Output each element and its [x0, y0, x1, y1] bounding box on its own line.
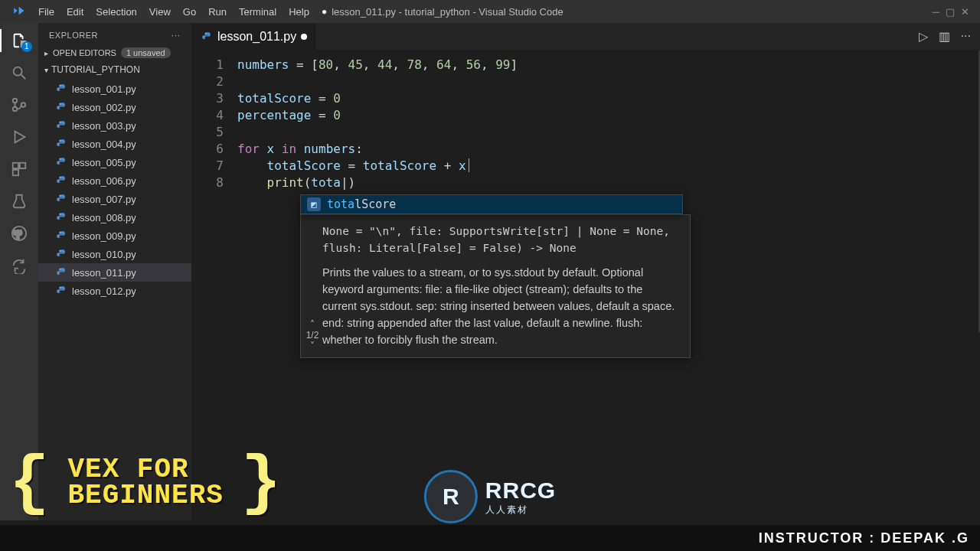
- svg-rect-7: [13, 170, 18, 175]
- nav-up-icon[interactable]: ˄: [305, 319, 319, 330]
- explorer-badge: 1: [21, 41, 32, 52]
- maximize-icon[interactable]: ▢: [946, 6, 955, 18]
- window-controls: ─ ▢ ✕: [933, 6, 974, 18]
- minimize-icon[interactable]: ─: [933, 6, 939, 18]
- python-file-icon: [55, 266, 67, 279]
- file-item[interactable]: lesson_003.py: [38, 116, 191, 135]
- svg-point-17: [60, 232, 60, 233]
- signature-text: None = "\n", file: SupportsWrite[str] | …: [322, 223, 679, 256]
- file-item[interactable]: lesson_004.py: [38, 135, 191, 153]
- menu-edit[interactable]: Edit: [60, 6, 90, 18]
- search-icon[interactable]: [8, 61, 31, 84]
- python-file-icon: [55, 193, 67, 205]
- open-editors-label[interactable]: OPEN EDITORS: [53, 48, 116, 57]
- file-name: lesson_004.py: [72, 139, 136, 150]
- file-item[interactable]: lesson_010.py: [38, 245, 191, 263]
- menu-go[interactable]: Go: [177, 6, 202, 18]
- signature-nav[interactable]: ˄ 1/2 ˅: [305, 319, 319, 351]
- window-title: ● lesson_011.py - tutorial_python - Visu…: [322, 6, 564, 18]
- tab-label: lesson_011.py: [217, 30, 296, 44]
- menu-bar: File Edit Selection View Go Run Terminal…: [0, 0, 980, 23]
- svg-point-19: [60, 269, 60, 269]
- sidebar-title: EXPLORER: [49, 31, 98, 40]
- close-icon[interactable]: ✕: [961, 6, 969, 18]
- editor-area: lesson_011.py ▷ ▥ ··· 12345678 numbers =…: [191, 23, 980, 520]
- dirty-indicator-icon: ●: [322, 6, 327, 17]
- minimap[interactable]: [971, 51, 980, 520]
- svg-point-3: [13, 107, 18, 112]
- run-icon[interactable]: ▷: [919, 29, 928, 44]
- file-item[interactable]: lesson_012.py: [38, 282, 191, 300]
- source-control-icon[interactable]: [8, 93, 31, 116]
- python-file-icon: [55, 119, 67, 132]
- nav-position: 1/2: [305, 330, 319, 341]
- chevron-down-icon[interactable]: ▾: [44, 66, 48, 74]
- file-name: lesson_009.py: [72, 230, 136, 242]
- tab-more-icon[interactable]: ···: [961, 29, 971, 44]
- run-debug-icon[interactable]: [8, 126, 31, 148]
- svg-point-16: [60, 214, 60, 214]
- more-icon[interactable]: ···: [172, 31, 181, 40]
- svg-point-15: [60, 195, 60, 196]
- file-name: lesson_003.py: [72, 120, 136, 132]
- menu-file[interactable]: File: [32, 6, 60, 18]
- menu-view[interactable]: View: [143, 6, 177, 18]
- menu-selection[interactable]: Selection: [90, 6, 142, 18]
- python-file-icon: [201, 31, 213, 43]
- svg-point-12: [60, 140, 60, 141]
- python-file-icon: [55, 101, 67, 113]
- python-file-icon: [55, 83, 67, 95]
- sync-icon[interactable]: [8, 254, 31, 277]
- svg-point-18: [60, 250, 60, 251]
- file-list: lesson_001.pylesson_002.pylesson_003.pyl…: [38, 78, 191, 302]
- file-item[interactable]: lesson_006.py: [38, 171, 191, 190]
- svg-line-1: [21, 75, 26, 80]
- vscode-logo: [6, 4, 32, 20]
- menu-terminal[interactable]: Terminal: [233, 6, 283, 18]
- file-item[interactable]: lesson_007.py: [38, 190, 191, 208]
- extensions-icon[interactable]: [8, 158, 31, 181]
- file-name: lesson_001.py: [72, 83, 136, 95]
- python-file-icon: [55, 156, 67, 168]
- python-file-icon: [55, 285, 67, 297]
- instructor-label: INSTRUCTOR : DEEPAK .G: [759, 530, 969, 546]
- svg-point-11: [60, 122, 60, 122]
- svg-point-14: [60, 177, 60, 178]
- file-item[interactable]: lesson_001.py: [38, 80, 191, 98]
- svg-point-0: [14, 67, 22, 76]
- menu-help[interactable]: Help: [283, 6, 315, 18]
- svg-point-2: [13, 99, 18, 103]
- svg-rect-5: [13, 163, 18, 168]
- python-file-icon: [55, 211, 67, 223]
- github-icon[interactable]: [8, 222, 31, 245]
- unsaved-badge: 1 unsaved: [121, 47, 171, 58]
- doc-text: Prints the values to a stream, or to sys…: [322, 264, 679, 348]
- suggest-match: tota: [327, 197, 354, 211]
- testing-icon[interactable]: [8, 190, 31, 213]
- suggest-item[interactable]: ◩ totalScore: [301, 195, 682, 214]
- nav-down-icon[interactable]: ˅: [305, 341, 319, 351]
- file-item[interactable]: lesson_008.py: [38, 208, 191, 227]
- svg-point-9: [60, 85, 60, 86]
- svg-point-10: [60, 103, 60, 104]
- tab-dirty-icon: [301, 34, 307, 40]
- suggest-rest: lScore: [354, 197, 396, 211]
- file-item[interactable]: lesson_009.py: [38, 227, 191, 245]
- window-title-text: lesson_011.py - tutorial_python - Visual…: [332, 6, 564, 18]
- chevron-right-icon[interactable]: ▸: [44, 49, 48, 57]
- editor-tab[interactable]: lesson_011.py: [191, 23, 316, 50]
- intellisense-suggest[interactable]: ◩ totalScore: [300, 194, 683, 214]
- file-item[interactable]: lesson_011.py: [38, 263, 191, 282]
- python-file-icon: [55, 174, 67, 187]
- python-file-icon: [55, 230, 67, 242]
- menu-run[interactable]: Run: [202, 6, 233, 18]
- svg-rect-6: [20, 163, 25, 168]
- file-item[interactable]: lesson_002.py: [38, 98, 191, 116]
- signature-help-box: None = "\n", file: SupportsWrite[str] | …: [300, 214, 691, 358]
- folder-name[interactable]: TUTORIAL_PYTHON: [51, 64, 140, 75]
- file-item[interactable]: lesson_005.py: [38, 153, 191, 171]
- split-editor-icon[interactable]: ▥: [939, 29, 950, 44]
- line-gutter: 12345678: [191, 51, 228, 520]
- editor-body[interactable]: 12345678 numbers = [80, 45, 44, 78, 64, …: [191, 51, 980, 520]
- file-name: lesson_008.py: [72, 212, 136, 223]
